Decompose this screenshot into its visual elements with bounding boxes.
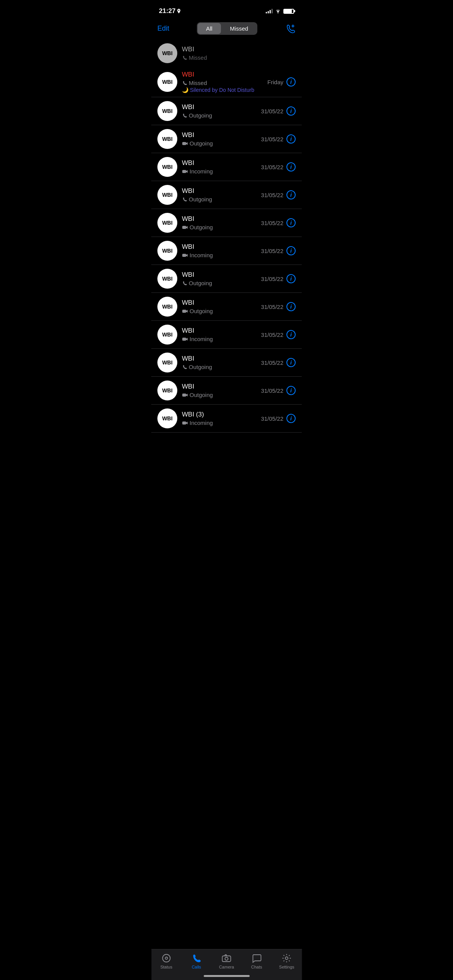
info-button[interactable]: i bbox=[286, 77, 296, 87]
avatar: WBI bbox=[157, 101, 177, 121]
avatar: WBI bbox=[157, 213, 177, 233]
info-button[interactable]: i bbox=[286, 414, 296, 423]
header: Edit All Missed bbox=[151, 19, 302, 39]
signal-bars bbox=[266, 9, 273, 13]
info-button[interactable]: i bbox=[286, 106, 296, 116]
call-date: 31/05/22 bbox=[261, 192, 283, 198]
info-button[interactable]: i bbox=[286, 134, 296, 144]
call-list: WBI WBI Missed 🌙 Silenced by Do Not Dist… bbox=[151, 67, 302, 433]
location-icon bbox=[177, 9, 181, 14]
info-button[interactable]: i bbox=[286, 302, 296, 311]
call-date: 31/05/22 bbox=[261, 248, 283, 254]
video-icon bbox=[182, 393, 188, 397]
call-name: WBI bbox=[182, 46, 296, 53]
call-item: WBI WBI Missed 🌙 Silenced by Do Not Dist… bbox=[151, 67, 302, 97]
add-call-icon bbox=[285, 23, 296, 34]
svg-point-0 bbox=[278, 13, 278, 13]
phone-icon bbox=[182, 364, 187, 370]
info-button[interactable]: i bbox=[286, 218, 296, 227]
avatar: WBI bbox=[157, 129, 177, 149]
call-item: WBI WBI Outgoing 31/05/22 i bbox=[151, 377, 302, 405]
video-icon bbox=[182, 421, 188, 425]
avatar: WBI bbox=[157, 185, 177, 205]
svg-rect-3 bbox=[182, 142, 186, 145]
segment-all[interactable]: All bbox=[198, 23, 221, 34]
call-item: WBI WBI Incoming 31/05/22 i bbox=[151, 237, 302, 265]
call-name: WBI (3) bbox=[182, 411, 257, 418]
call-name: WBI bbox=[182, 327, 257, 335]
info-button[interactable]: i bbox=[286, 190, 296, 199]
info-button[interactable]: i bbox=[286, 274, 296, 283]
call-name: WBI bbox=[182, 187, 257, 195]
call-date: 31/05/22 bbox=[261, 276, 283, 282]
phone-icon bbox=[182, 197, 187, 202]
edit-button[interactable]: Edit bbox=[157, 24, 169, 33]
video-icon bbox=[182, 169, 188, 174]
status-time: 21:27 bbox=[159, 7, 181, 15]
call-type: Outgoing bbox=[182, 364, 257, 370]
call-date: 31/05/22 bbox=[261, 415, 283, 422]
svg-rect-7 bbox=[182, 310, 186, 313]
call-date: 31/05/22 bbox=[261, 220, 283, 226]
video-icon bbox=[182, 337, 188, 341]
avatar: WBI bbox=[157, 72, 177, 92]
call-name: WBI bbox=[182, 271, 257, 279]
call-item: WBI WBI Outgoing 31/05/22 i bbox=[151, 293, 302, 321]
call-item: WBI WBI Incoming 31/05/22 i bbox=[151, 321, 302, 349]
add-call-button[interactable] bbox=[285, 23, 296, 34]
call-date: Friday bbox=[267, 79, 283, 85]
call-date: 31/05/22 bbox=[261, 108, 283, 114]
call-type: Missed bbox=[182, 54, 296, 61]
call-item: WBI WBI (3) Incoming 31/05/22 i bbox=[151, 405, 302, 433]
call-item: WBI WBI Outgoing 31/05/22 i bbox=[151, 209, 302, 237]
svg-rect-5 bbox=[182, 226, 186, 229]
info-button[interactable]: i bbox=[286, 386, 296, 395]
partial-call-item: WBI WBI Missed bbox=[151, 39, 302, 67]
phone-icon bbox=[182, 80, 187, 86]
info-button[interactable]: i bbox=[286, 358, 296, 367]
avatar: WBI bbox=[157, 157, 177, 177]
call-date: 31/05/22 bbox=[261, 136, 283, 142]
phone-icon bbox=[182, 113, 187, 118]
call-name: WBI bbox=[182, 103, 257, 111]
call-date: 31/05/22 bbox=[261, 332, 283, 338]
call-type: Outgoing bbox=[182, 308, 257, 314]
call-type: Incoming bbox=[182, 252, 257, 258]
info-button[interactable]: i bbox=[286, 330, 296, 339]
call-date: 31/05/22 bbox=[261, 304, 283, 310]
avatar: WBI bbox=[157, 353, 177, 372]
call-date: 31/05/22 bbox=[261, 164, 283, 170]
call-type: Missed bbox=[182, 80, 263, 86]
video-icon bbox=[182, 225, 188, 230]
svg-rect-8 bbox=[182, 338, 186, 341]
call-item: WBI WBI Outgoing 31/05/22 i bbox=[151, 125, 302, 153]
dnd-note: 🌙 Silenced by Do Not Disturb bbox=[182, 87, 263, 93]
info-button[interactable]: i bbox=[286, 246, 296, 255]
status-icons bbox=[266, 9, 294, 14]
battery-icon bbox=[283, 9, 294, 14]
call-name: WBI bbox=[182, 299, 257, 307]
call-type: Outgoing bbox=[182, 196, 257, 203]
call-name: WBI bbox=[182, 131, 257, 139]
segment-control: All Missed bbox=[197, 22, 257, 35]
call-item: WBI WBI Outgoing 31/05/22 i bbox=[151, 349, 302, 377]
call-name: WBI bbox=[182, 383, 257, 390]
svg-rect-9 bbox=[182, 394, 186, 397]
svg-rect-10 bbox=[182, 421, 186, 425]
call-type: Outgoing bbox=[182, 392, 257, 398]
avatar: WBI bbox=[157, 325, 177, 345]
phone-icon bbox=[182, 281, 187, 286]
call-type: Incoming bbox=[182, 336, 257, 342]
segment-missed[interactable]: Missed bbox=[222, 23, 257, 34]
call-type: Incoming bbox=[182, 420, 257, 426]
avatar: WBI bbox=[157, 43, 177, 63]
phone-icon bbox=[182, 55, 187, 60]
call-item: WBI WBI Incoming 31/05/22 i bbox=[151, 153, 302, 181]
avatar: WBI bbox=[157, 241, 177, 261]
info-button[interactable]: i bbox=[286, 162, 296, 172]
call-type: Incoming bbox=[182, 168, 257, 175]
call-name: WBI bbox=[182, 71, 263, 78]
avatar: WBI bbox=[157, 297, 177, 317]
video-icon bbox=[182, 309, 188, 314]
call-name: WBI bbox=[182, 355, 257, 363]
